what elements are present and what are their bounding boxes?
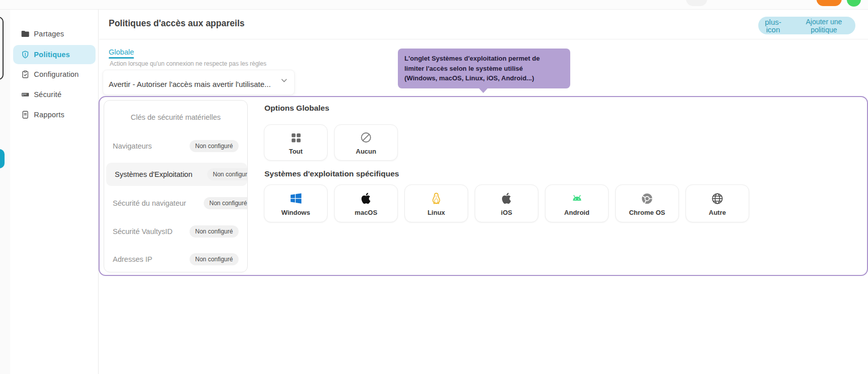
sidebar-item-configuration[interactable]: Configuration [13, 65, 96, 84]
category-securite-navigateur[interactable]: Sécurité du navigateur Non configuré [104, 192, 247, 215]
global-options-heading: Options Globales [264, 104, 329, 113]
option-aucun-card[interactable]: Aucun [334, 124, 398, 161]
sidebar-item-partages[interactable]: Partages [13, 24, 96, 43]
report-icon [21, 107, 30, 122]
status-badge: Non configuré [190, 140, 239, 152]
category-systemes-exploitation[interactable]: Systèmes d'Exploitation Non configuré [106, 163, 247, 186]
linux-tux-icon [430, 191, 443, 206]
tab-active-underline [109, 57, 134, 59]
os-label: Android [564, 209, 589, 216]
sidebar: Partages Politiques Configuration ** Séc… [10, 10, 99, 374]
category-label: Clés de sécurité matérielles [130, 113, 220, 121]
os-card-macos[interactable]: macOS [334, 184, 398, 222]
os-card-windows[interactable]: Windows [264, 184, 328, 222]
os-card-chromeos[interactable]: Chrome OS [615, 184, 679, 222]
os-cards-row: Windows macOS Linux iOS [264, 184, 749, 222]
plus-icon: plus-icon [758, 18, 788, 33]
apple-icon [360, 191, 373, 206]
globe-icon [711, 191, 724, 206]
chevron-down-icon [280, 76, 289, 87]
os-label: Windows [282, 209, 310, 216]
os-specific-heading: Systèmes d'exploitation spécifiques [264, 169, 399, 178]
category-securite-vaultysid[interactable]: Sécurité VaultysID Non configuré [104, 220, 247, 243]
status-badge: Non configuré [204, 197, 248, 209]
category-label: Systèmes d'Exploitation [115, 170, 192, 178]
add-policy-button-label: Ajouter une politique [793, 18, 855, 34]
top-bar [0, 0, 868, 10]
topbar-orange-pill[interactable] [816, 0, 842, 6]
os-card-ios[interactable]: iOS [475, 184, 538, 222]
tooltip-text-line: (Windows, macOS, Linux, iOS, Android...) [404, 73, 564, 83]
folder-icon [21, 26, 30, 41]
sidebar-item-label: Rapports [34, 111, 64, 119]
chrome-icon [641, 191, 654, 206]
shield-exclamation-icon [21, 47, 30, 62]
app-window: Partages Politiques Configuration ** Séc… [0, 0, 868, 374]
status-badge: Non configuré [190, 253, 239, 265]
category-label: Sécurité VaultysID [113, 227, 172, 236]
os-label: macOS [355, 209, 378, 216]
default-action-label: Action lorsque qu'un connexion ne respec… [105, 60, 271, 68]
category-adresses-ip[interactable]: Adresses IP Non configuré [104, 248, 247, 271]
clipped-window-outline [0, 17, 4, 80]
os-card-android[interactable]: Android [545, 184, 609, 222]
page-title: Politiques d'accès aux appareils [109, 18, 245, 29]
category-label: Navigateurs [113, 142, 152, 150]
status-badge: Non configuré [207, 168, 248, 180]
windows-icon [289, 191, 303, 206]
os-card-autre[interactable]: Autre [686, 184, 749, 222]
tooltip-text-line: limiter l'accès selon le système utilisé [404, 64, 564, 74]
option-tout-card[interactable]: Tout [264, 124, 328, 161]
option-label: Tout [289, 148, 302, 155]
os-label: Chrome OS [629, 209, 665, 216]
os-policy-panel: Clés de sécurité matérielles Navigateurs… [99, 96, 868, 276]
os-tab-tooltip: L'onglet Systèmes d'exploitation permet … [398, 49, 570, 88]
category-navigateurs[interactable]: Navigateurs Non configuré [104, 134, 247, 158]
category-cles-securite[interactable]: Clés de sécurité matérielles [104, 106, 247, 129]
sidebar-item-rapports[interactable]: Rapports [13, 105, 96, 124]
sidebar-item-securite[interactable]: ** Sécurité [13, 85, 96, 104]
category-label: Adresses IP [113, 255, 152, 263]
os-label: Autre [709, 209, 726, 216]
os-label: iOS [501, 209, 512, 216]
sidebar-item-politiques[interactable]: Politiques [13, 45, 96, 64]
grid-all-icon [290, 130, 302, 145]
policy-category-list: Clés de sécurité matérielles Navigateurs… [104, 100, 248, 272]
svg-text:**: ** [24, 93, 27, 97]
global-options-row: Tout Aucun [264, 124, 398, 161]
sidebar-item-label: Partages [34, 30, 64, 38]
option-label: Aucun [356, 148, 376, 155]
category-label: Sécurité du navigateur [113, 199, 186, 207]
android-icon [570, 191, 584, 206]
topbar-gray-pill[interactable] [686, 0, 707, 6]
sidebar-item-label: Configuration [34, 70, 79, 78]
tooltip-text-line: L'onglet Systèmes d'exploitation permet … [404, 54, 564, 64]
none-icon [360, 130, 372, 145]
tab-globale[interactable]: Globale [109, 48, 134, 56]
status-badge: Non configuré [190, 225, 239, 238]
page-header: Politiques d'accès aux appareils plus-ic… [99, 10, 868, 39]
tooltip-arrow [476, 85, 490, 93]
sidebar-item-label: Sécurité [34, 90, 62, 99]
add-policy-button[interactable]: plus-icon Ajouter une politique [758, 17, 855, 34]
clipboard-check-icon [21, 67, 30, 82]
avatar[interactable] [847, 0, 861, 7]
apple-icon [500, 191, 513, 206]
os-label: Linux [428, 209, 445, 216]
default-action-value: Avertir - Autoriser l'accès mais avertir… [109, 80, 271, 88]
sidebar-item-label: Politiques [34, 51, 70, 59]
password-icon: ** [21, 87, 30, 102]
clipped-teal-tab [0, 149, 5, 168]
os-card-linux[interactable]: Linux [404, 184, 468, 222]
